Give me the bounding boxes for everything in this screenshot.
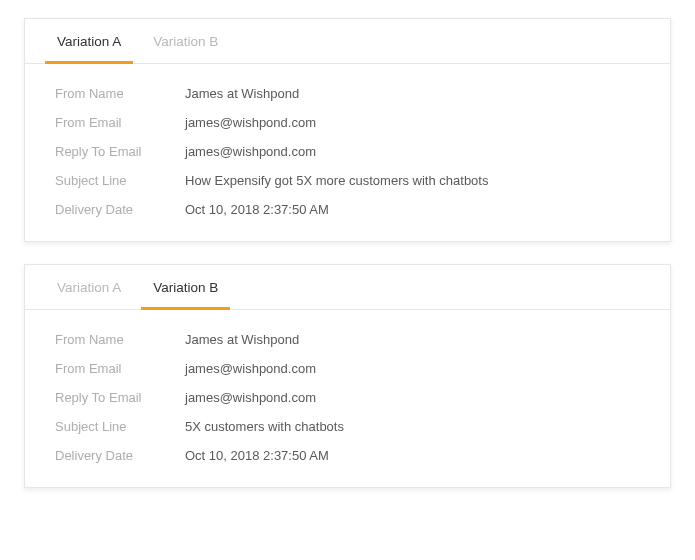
label-subject: Subject Line <box>55 419 185 434</box>
value-from-email: james@wishpond.com <box>185 115 316 130</box>
value-delivery: Oct 10, 2018 2:37:50 AM <box>185 202 329 217</box>
row-subject: Subject Line How Expensify got 5X more c… <box>55 173 640 188</box>
value-delivery: Oct 10, 2018 2:37:50 AM <box>185 448 329 463</box>
row-from-name: From Name James at Wishpond <box>55 86 640 101</box>
tab-variation-b[interactable]: Variation B <box>141 266 230 310</box>
tab-variation-a[interactable]: Variation A <box>45 20 133 64</box>
row-delivery: Delivery Date Oct 10, 2018 2:37:50 AM <box>55 202 640 217</box>
value-from-name: James at Wishpond <box>185 86 299 101</box>
tab-bar: Variation A Variation B <box>25 265 670 310</box>
label-delivery: Delivery Date <box>55 448 185 463</box>
row-from-name: From Name James at Wishpond <box>55 332 640 347</box>
row-subject: Subject Line 5X customers with chatbots <box>55 419 640 434</box>
variation-panel-a: Variation A Variation B From Name James … <box>24 18 671 242</box>
value-reply-to: james@wishpond.com <box>185 144 316 159</box>
tab-variation-a[interactable]: Variation A <box>45 266 133 310</box>
label-from-email: From Email <box>55 115 185 130</box>
panel-content: From Name James at Wishpond From Email j… <box>25 310 670 487</box>
label-reply-to: Reply To Email <box>55 390 185 405</box>
value-from-name: James at Wishpond <box>185 332 299 347</box>
row-delivery: Delivery Date Oct 10, 2018 2:37:50 AM <box>55 448 640 463</box>
value-from-email: james@wishpond.com <box>185 361 316 376</box>
tab-bar: Variation A Variation B <box>25 19 670 64</box>
row-from-email: From Email james@wishpond.com <box>55 115 640 130</box>
label-subject: Subject Line <box>55 173 185 188</box>
label-reply-to: Reply To Email <box>55 144 185 159</box>
row-reply-to: Reply To Email james@wishpond.com <box>55 144 640 159</box>
label-delivery: Delivery Date <box>55 202 185 217</box>
label-from-name: From Name <box>55 86 185 101</box>
row-from-email: From Email james@wishpond.com <box>55 361 640 376</box>
value-subject: 5X customers with chatbots <box>185 419 344 434</box>
label-from-name: From Name <box>55 332 185 347</box>
row-reply-to: Reply To Email james@wishpond.com <box>55 390 640 405</box>
label-from-email: From Email <box>55 361 185 376</box>
panel-content: From Name James at Wishpond From Email j… <box>25 64 670 241</box>
value-subject: How Expensify got 5X more customers with… <box>185 173 488 188</box>
tab-variation-b[interactable]: Variation B <box>141 20 230 64</box>
variation-panel-b: Variation A Variation B From Name James … <box>24 264 671 488</box>
value-reply-to: james@wishpond.com <box>185 390 316 405</box>
